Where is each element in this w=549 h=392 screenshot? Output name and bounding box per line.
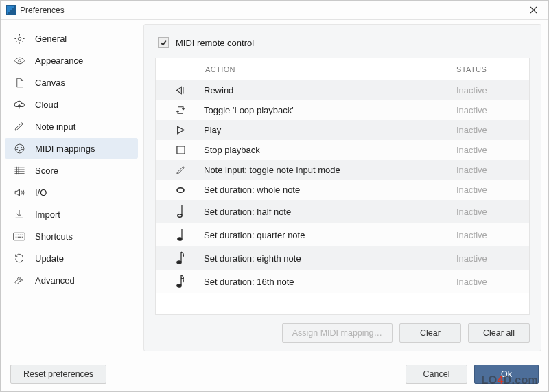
- row-status: Inactive: [456, 165, 518, 175]
- table-row[interactable]: Set duration: 16th note Inactive: [156, 270, 529, 293]
- sixteenth-note-icon: [167, 275, 194, 288]
- table-row[interactable]: Stop playback Inactive: [156, 140, 529, 160]
- mappings-table: ACTION STATUS Rewind Inactive Toggle 'Lo…: [155, 58, 530, 315]
- column-action: ACTION: [205, 65, 456, 73]
- sidebar-item-cloud[interactable]: Cloud: [5, 94, 138, 115]
- close-button[interactable]: [525, 3, 541, 17]
- sidebar-item-label: Score: [35, 165, 58, 176]
- svg-point-12: [178, 238, 182, 240]
- sidebar-item-io[interactable]: I/O: [5, 182, 138, 203]
- sidebar-item-canvas[interactable]: Canvas: [5, 72, 138, 93]
- titlebar: Preferences: [1, 1, 548, 20]
- sidebar-item-import[interactable]: Import: [5, 204, 138, 224]
- row-status: Inactive: [456, 253, 518, 264]
- svg-point-0: [18, 37, 21, 40]
- svg-point-11: [178, 214, 182, 217]
- sidebar-item-label: Update: [35, 253, 64, 264]
- table-row[interactable]: Play Inactive: [156, 120, 529, 140]
- titlebar-left: Preferences: [6, 5, 65, 15]
- table-body: Rewind Inactive Toggle 'Loop playback' I…: [156, 80, 529, 293]
- table-row[interactable]: Note input: toggle note input mode Inact…: [156, 160, 529, 180]
- sidebar-item-score[interactable]: Score: [5, 160, 138, 181]
- sidebar-item-label: MIDI mappings: [35, 143, 95, 154]
- row-status: Inactive: [456, 85, 518, 95]
- svg-point-10: [177, 187, 184, 192]
- row-name: Play: [194, 125, 456, 135]
- svg-point-6: [21, 149, 22, 150]
- midi-remote-control-checkbox[interactable]: [158, 37, 169, 48]
- reset-preferences-button[interactable]: Reset preferences: [10, 365, 106, 384]
- assign-midi-mapping-button[interactable]: Assign MIDI mapping…: [282, 323, 393, 343]
- score-icon: [13, 164, 25, 176]
- row-status: Inactive: [456, 105, 518, 115]
- body: General Appearance Canvas Cloud: [1, 20, 548, 356]
- table-header: ACTION STATUS: [156, 58, 529, 80]
- sidebar-item-update[interactable]: Update: [5, 248, 138, 268]
- cancel-button[interactable]: Cancel: [406, 365, 467, 384]
- refresh-icon: [13, 252, 25, 264]
- svg-rect-9: [176, 146, 184, 154]
- svg-rect-8: [14, 233, 25, 240]
- sidebar-item-label: General: [35, 34, 67, 44]
- svg-point-2: [15, 144, 24, 153]
- ok-button[interactable]: Ok: [474, 365, 539, 384]
- sidebar-item-label: Import: [35, 209, 60, 220]
- row-name: Set duration: 16th note: [194, 277, 456, 287]
- sidebar-item-label: Canvas: [35, 78, 65, 88]
- table-row[interactable]: Rewind Inactive: [156, 80, 529, 100]
- clear-button[interactable]: Clear: [399, 323, 461, 343]
- row-name: Set duration: eighth note: [194, 253, 456, 264]
- row-name: Set duration: quarter note: [194, 230, 456, 240]
- row-status: Inactive: [456, 207, 518, 217]
- midi-remote-control-label: MIDI remote control: [176, 38, 254, 48]
- sidebar: General Appearance Canvas Cloud: [1, 20, 142, 356]
- sidebar-item-label: Shortcuts: [35, 231, 73, 242]
- eighth-note-icon: [167, 251, 194, 265]
- row-status: Inactive: [456, 125, 518, 135]
- window-title: Preferences: [20, 5, 65, 15]
- clear-all-button[interactable]: Clear all: [468, 323, 530, 343]
- eye-icon: [13, 54, 25, 67]
- table-row[interactable]: Set duration: eighth note Inactive: [156, 246, 529, 270]
- svg-point-4: [21, 147, 21, 148]
- row-name: Toggle 'Loop playback': [194, 105, 456, 115]
- sidebar-item-noteinput[interactable]: Note input: [5, 116, 138, 137]
- gear-icon: [13, 32, 25, 45]
- rewind-icon: [167, 85, 194, 95]
- close-icon: [530, 6, 537, 14]
- row-name: Set duration: half note: [194, 207, 456, 217]
- stop-icon: [167, 146, 194, 154]
- preferences-window: Preferences General Appearance: [0, 0, 549, 392]
- table-row[interactable]: Toggle 'Loop playback' Inactive: [156, 100, 529, 120]
- app-icon: [6, 5, 16, 15]
- table-row[interactable]: Set duration: whole note Inactive: [156, 180, 529, 200]
- sidebar-item-appearance[interactable]: Appearance: [5, 50, 138, 71]
- row-status: Inactive: [456, 277, 518, 287]
- svg-point-3: [17, 147, 18, 148]
- sidebar-item-general[interactable]: General: [5, 28, 138, 49]
- sidebar-item-label: Note input: [35, 122, 75, 132]
- row-status: Inactive: [456, 230, 518, 240]
- row-status: Inactive: [456, 145, 518, 155]
- loop-icon: [167, 105, 194, 115]
- play-icon: [167, 125, 194, 135]
- wrench-icon: [13, 274, 25, 286]
- sidebar-item-advanced[interactable]: Advanced: [5, 270, 138, 290]
- midi-icon: [13, 142, 25, 154]
- sidebar-item-shortcuts[interactable]: Shortcuts: [5, 226, 138, 246]
- sidebar-item-midimappings[interactable]: MIDI mappings: [5, 138, 138, 159]
- column-status: STATUS: [456, 65, 518, 73]
- footer: Reset preferences Cancel Ok: [1, 356, 548, 391]
- pencil-icon: [13, 120, 25, 132]
- sidebar-item-label: Cloud: [35, 100, 58, 110]
- sidebar-item-label: Advanced: [35, 275, 75, 286]
- check-icon: [160, 39, 167, 47]
- action-buttons: Assign MIDI mapping… Clear Clear all: [155, 315, 530, 343]
- svg-point-5: [16, 149, 17, 150]
- row-status: Inactive: [456, 185, 518, 195]
- content-panel: MIDI remote control ACTION STATUS Rewind…: [143, 24, 541, 351]
- quarter-note-icon: [167, 228, 194, 242]
- table-row[interactable]: Set duration: half note Inactive: [156, 200, 529, 223]
- table-row[interactable]: Set duration: quarter note Inactive: [156, 223, 529, 246]
- sidebar-item-label: Appearance: [35, 56, 83, 66]
